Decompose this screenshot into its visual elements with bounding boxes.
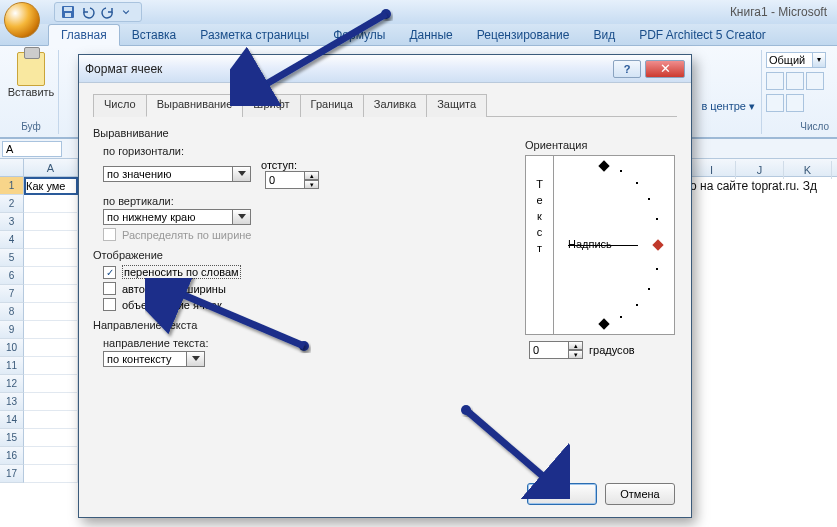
tab-number[interactable]: Число: [93, 94, 147, 117]
cell-a12[interactable]: [24, 375, 78, 393]
cell-a9[interactable]: [24, 321, 78, 339]
number-format-combo[interactable]: ▾: [766, 52, 829, 68]
cell-a6[interactable]: [24, 267, 78, 285]
cell-a16[interactable]: [24, 447, 78, 465]
office-button[interactable]: [4, 2, 40, 38]
tab-fill[interactable]: Заливка: [363, 94, 427, 117]
row-header-15[interactable]: 15: [0, 429, 24, 447]
tab-protection[interactable]: Защита: [426, 94, 487, 117]
row-header-16[interactable]: 16: [0, 447, 24, 465]
row-header-14[interactable]: 14: [0, 411, 24, 429]
close-button[interactable]: ✕: [645, 60, 685, 78]
col-header-k[interactable]: K: [784, 161, 832, 179]
ribbon-tab-home[interactable]: Главная: [48, 24, 120, 46]
row-header-12[interactable]: 12: [0, 375, 24, 393]
ribbon-tab-insert[interactable]: Вставка: [120, 25, 189, 45]
help-button[interactable]: ?: [613, 60, 641, 78]
number-format-value[interactable]: [766, 52, 812, 68]
dialog-titlebar[interactable]: Формат ячеек ? ✕: [79, 55, 691, 83]
horizontal-value[interactable]: [103, 166, 233, 182]
cell-a11[interactable]: [24, 357, 78, 375]
tab-border[interactable]: Граница: [300, 94, 364, 117]
chevron-down-icon[interactable]: [233, 166, 251, 182]
orientation-control[interactable]: Текст Надпись: [525, 155, 675, 335]
row-header-13[interactable]: 13: [0, 393, 24, 411]
indent-value[interactable]: [265, 171, 305, 189]
wrap-text-checkbox[interactable]: [103, 266, 116, 279]
col-header-a[interactable]: A: [24, 159, 78, 176]
cell-a17[interactable]: [24, 465, 78, 483]
cell-a3[interactable]: [24, 213, 78, 231]
cell-a4[interactable]: [24, 231, 78, 249]
orientation-vertical-text[interactable]: Текст: [526, 156, 554, 334]
row-header-9[interactable]: 9: [0, 321, 24, 339]
cell-a1[interactable]: Как уме: [24, 177, 78, 195]
qat-dropdown-icon[interactable]: [121, 5, 135, 19]
cell-a13[interactable]: [24, 393, 78, 411]
increase-decimal-icon[interactable]: [766, 94, 784, 112]
row-header-17[interactable]: 17: [0, 465, 24, 483]
row-header-10[interactable]: 10: [0, 339, 24, 357]
row-header-8[interactable]: 8: [0, 303, 24, 321]
row-header-11[interactable]: 11: [0, 357, 24, 375]
paste-button[interactable]: Вставить: [10, 52, 52, 100]
ribbon-tab-pdf[interactable]: PDF Architect 5 Creator: [627, 25, 778, 45]
merge-cells-label[interactable]: объединение ячеек: [122, 299, 222, 311]
name-box[interactable]: [2, 141, 62, 157]
row-header-4[interactable]: 4: [0, 231, 24, 249]
spinner-up-icon[interactable]: ▴: [569, 341, 583, 350]
orientation-dial[interactable]: Надпись: [554, 156, 674, 334]
ok-button[interactable]: ОК: [527, 483, 597, 505]
column-headers-right[interactable]: I J K: [688, 161, 837, 179]
percent-icon[interactable]: [786, 72, 804, 90]
indent-spinner[interactable]: ▴ ▾: [265, 171, 319, 189]
spinner-down-icon[interactable]: ▾: [305, 180, 319, 189]
ribbon-tab-review[interactable]: Рецензирование: [465, 25, 582, 45]
merge-cells-checkbox[interactable]: [103, 298, 116, 311]
row-header-6[interactable]: 6: [0, 267, 24, 285]
vertical-value[interactable]: [103, 209, 233, 225]
spinner-down-icon[interactable]: ▾: [569, 350, 583, 359]
undo-icon[interactable]: [81, 5, 95, 19]
chevron-down-icon[interactable]: [233, 209, 251, 225]
horizontal-combo[interactable]: [103, 166, 251, 182]
cell-a2[interactable]: [24, 195, 78, 213]
cell-a10[interactable]: [24, 339, 78, 357]
wrap-text-label[interactable]: переносить по словам: [122, 265, 241, 279]
cell-a14[interactable]: [24, 411, 78, 429]
save-icon[interactable]: [61, 5, 75, 19]
cell-a15[interactable]: [24, 429, 78, 447]
text-direction-combo[interactable]: [103, 351, 205, 367]
cell-a8[interactable]: [24, 303, 78, 321]
spinner-up-icon[interactable]: ▴: [305, 171, 319, 180]
tab-font[interactable]: Шрифт: [242, 94, 300, 117]
shrink-to-fit-label[interactable]: автоподбор ширины: [122, 283, 226, 295]
merge-center-fragment[interactable]: в центре ▾: [701, 100, 755, 113]
cancel-button[interactable]: Отмена: [605, 483, 675, 505]
row-header-7[interactable]: 7: [0, 285, 24, 303]
currency-icon[interactable]: [766, 72, 784, 90]
degrees-value[interactable]: [529, 341, 569, 359]
row-header-3[interactable]: 3: [0, 213, 24, 231]
row-header-1[interactable]: 1: [0, 177, 24, 195]
text-direction-value[interactable]: [103, 351, 187, 367]
ribbon-tab-formulas[interactable]: Формулы: [321, 25, 397, 45]
redo-icon[interactable]: [101, 5, 115, 19]
col-header-i[interactable]: I: [688, 161, 736, 179]
shrink-to-fit-checkbox[interactable]: [103, 282, 116, 295]
cell-a5[interactable]: [24, 249, 78, 267]
vertical-combo[interactable]: [103, 209, 251, 225]
row-header-2[interactable]: 2: [0, 195, 24, 213]
tab-alignment[interactable]: Выравнивание: [146, 94, 244, 117]
row-header-5[interactable]: 5: [0, 249, 24, 267]
comma-icon[interactable]: [806, 72, 824, 90]
degrees-spinner[interactable]: ▴ ▾: [529, 341, 583, 359]
ribbon-tab-layout[interactable]: Разметка страницы: [188, 25, 321, 45]
col-header-j[interactable]: J: [736, 161, 784, 179]
ribbon-tab-data[interactable]: Данные: [397, 25, 464, 45]
cell-a7[interactable]: [24, 285, 78, 303]
decrease-decimal-icon[interactable]: [786, 94, 804, 112]
chevron-down-icon[interactable]: ▾: [812, 52, 826, 68]
chevron-down-icon[interactable]: [187, 351, 205, 367]
ribbon-tab-view[interactable]: Вид: [581, 25, 627, 45]
